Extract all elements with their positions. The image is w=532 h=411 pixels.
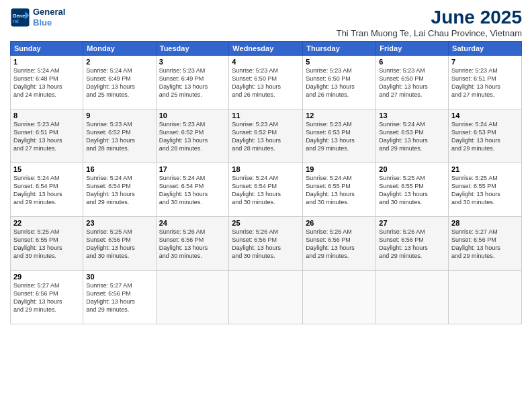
main-title: June 2025 — [337, 7, 522, 28]
day-number: 18 — [232, 165, 300, 173]
day-number: 1 — [13, 58, 80, 66]
day-info: Sunrise: 5:27 AM Sunset: 6:56 PM Dayligh… — [86, 281, 152, 314]
day-info: Sunrise: 5:24 AM Sunset: 6:54 PM Dayligh… — [232, 174, 300, 207]
day-info: Sunrise: 5:23 AM Sunset: 6:50 PM Dayligh… — [306, 66, 373, 99]
calendar-week-2: 8Sunrise: 5:23 AM Sunset: 6:51 PM Daylig… — [11, 109, 522, 163]
day-number: 27 — [379, 219, 445, 227]
calendar-cell: 9Sunrise: 5:23 AM Sunset: 6:52 PM Daylig… — [83, 109, 156, 163]
calendar-cell: 25Sunrise: 5:26 AM Sunset: 6:56 PM Dayli… — [229, 217, 303, 271]
calendar-cell: 27Sunrise: 5:26 AM Sunset: 6:56 PM Dayli… — [376, 217, 449, 271]
day-info: Sunrise: 5:24 AM Sunset: 6:55 PM Dayligh… — [306, 174, 373, 207]
calendar-cell: 23Sunrise: 5:25 AM Sunset: 6:56 PM Dayli… — [83, 217, 156, 271]
day-info: Sunrise: 5:25 AM Sunset: 6:55 PM Dayligh… — [451, 174, 519, 207]
day-info: Sunrise: 5:23 AM Sunset: 6:50 PM Dayligh… — [379, 66, 445, 99]
day-info: Sunrise: 5:24 AM Sunset: 6:54 PM Dayligh… — [13, 174, 80, 207]
calendar-table: SundayMondayTuesdayWednesdayThursdayFrid… — [10, 41, 522, 324]
calendar-cell: 7Sunrise: 5:23 AM Sunset: 6:51 PM Daylig… — [449, 56, 522, 109]
day-number: 24 — [159, 219, 226, 227]
day-info: Sunrise: 5:23 AM Sunset: 6:49 PM Dayligh… — [159, 66, 226, 99]
column-header-tuesday: Tuesday — [156, 42, 229, 56]
calendar-cell: 21Sunrise: 5:25 AM Sunset: 6:55 PM Dayli… — [449, 163, 522, 217]
calendar-cell: 14Sunrise: 5:24 AM Sunset: 6:53 PM Dayli… — [449, 109, 522, 163]
day-number: 6 — [379, 58, 445, 66]
day-number: 2 — [86, 58, 152, 66]
day-number: 3 — [159, 58, 226, 66]
day-number: 19 — [306, 165, 373, 173]
calendar-header-row: SundayMondayTuesdayWednesdayThursdayFrid… — [11, 42, 522, 56]
calendar-cell: 30Sunrise: 5:27 AM Sunset: 6:56 PM Dayli… — [83, 271, 156, 324]
calendar-cell: 8Sunrise: 5:23 AM Sunset: 6:51 PM Daylig… — [11, 109, 83, 163]
logo-icon: Gene ral — [10, 7, 30, 28]
column-header-sunday: Sunday — [11, 42, 83, 56]
day-number: 15 — [13, 165, 80, 173]
calendar-cell: 2Sunrise: 5:24 AM Sunset: 6:49 PM Daylig… — [83, 56, 156, 109]
day-number: 16 — [86, 165, 152, 173]
day-info: Sunrise: 5:26 AM Sunset: 6:56 PM Dayligh… — [306, 228, 373, 261]
day-number: 21 — [451, 165, 519, 173]
day-info: Sunrise: 5:24 AM Sunset: 6:53 PM Dayligh… — [379, 120, 445, 153]
column-header-thursday: Thursday — [303, 42, 376, 56]
day-number: 28 — [451, 219, 519, 227]
calendar-cell: 15Sunrise: 5:24 AM Sunset: 6:54 PM Dayli… — [11, 163, 83, 217]
day-info: Sunrise: 5:24 AM Sunset: 6:54 PM Dayligh… — [86, 174, 152, 207]
day-number: 11 — [232, 111, 300, 120]
day-number: 23 — [86, 219, 152, 227]
day-info: Sunrise: 5:23 AM Sunset: 6:52 PM Dayligh… — [232, 120, 300, 153]
calendar-cell: 13Sunrise: 5:24 AM Sunset: 6:53 PM Dayli… — [376, 109, 449, 163]
day-number: 29 — [13, 273, 80, 281]
day-number: 4 — [232, 58, 300, 66]
day-info: Sunrise: 5:25 AM Sunset: 6:56 PM Dayligh… — [86, 228, 152, 261]
calendar-cell: 29Sunrise: 5:27 AM Sunset: 6:56 PM Dayli… — [11, 271, 83, 324]
calendar-cell: 5Sunrise: 5:23 AM Sunset: 6:50 PM Daylig… — [303, 56, 376, 109]
calendar-cell: 19Sunrise: 5:24 AM Sunset: 6:55 PM Dayli… — [303, 163, 376, 217]
calendar-cell: 22Sunrise: 5:25 AM Sunset: 6:55 PM Dayli… — [11, 217, 83, 271]
day-number: 10 — [159, 111, 226, 120]
day-info: Sunrise: 5:27 AM Sunset: 6:56 PM Dayligh… — [451, 228, 519, 261]
calendar-cell: 11Sunrise: 5:23 AM Sunset: 6:52 PM Dayli… — [229, 109, 303, 163]
day-info: Sunrise: 5:25 AM Sunset: 6:55 PM Dayligh… — [379, 174, 445, 207]
day-number: 17 — [159, 165, 226, 173]
column-header-saturday: Saturday — [449, 42, 522, 56]
calendar-cell: 6Sunrise: 5:23 AM Sunset: 6:50 PM Daylig… — [376, 56, 449, 109]
calendar-week-5: 29Sunrise: 5:27 AM Sunset: 6:56 PM Dayli… — [11, 271, 522, 324]
calendar-week-4: 22Sunrise: 5:25 AM Sunset: 6:55 PM Dayli… — [11, 217, 522, 271]
day-info: Sunrise: 5:24 AM Sunset: 6:49 PM Dayligh… — [86, 66, 152, 99]
logo-line1: General — [33, 7, 65, 17]
calendar-cell: 28Sunrise: 5:27 AM Sunset: 6:56 PM Dayli… — [449, 217, 522, 271]
logo: Gene ral General Blue — [10, 7, 65, 28]
day-info: Sunrise: 5:23 AM Sunset: 6:51 PM Dayligh… — [13, 120, 80, 153]
column-header-monday: Monday — [83, 42, 156, 56]
column-header-wednesday: Wednesday — [229, 42, 303, 56]
page-header: Gene ral General Blue June 2025 Thi Tran… — [10, 7, 522, 38]
day-info: Sunrise: 5:27 AM Sunset: 6:56 PM Dayligh… — [13, 281, 80, 314]
day-number: 5 — [306, 58, 373, 66]
day-number: 7 — [451, 58, 519, 66]
day-number: 20 — [379, 165, 445, 173]
calendar-cell — [303, 271, 376, 324]
calendar-week-1: 1Sunrise: 5:24 AM Sunset: 6:48 PM Daylig… — [11, 56, 522, 109]
day-number: 8 — [13, 111, 80, 120]
calendar-cell: 1Sunrise: 5:24 AM Sunset: 6:48 PM Daylig… — [11, 56, 83, 109]
day-info: Sunrise: 5:24 AM Sunset: 6:53 PM Dayligh… — [451, 120, 519, 153]
day-number: 14 — [451, 111, 519, 120]
calendar-cell — [229, 271, 303, 324]
calendar-cell: 16Sunrise: 5:24 AM Sunset: 6:54 PM Dayli… — [83, 163, 156, 217]
day-number: 26 — [306, 219, 373, 227]
calendar-cell: 17Sunrise: 5:24 AM Sunset: 6:54 PM Dayli… — [156, 163, 229, 217]
calendar-cell: 4Sunrise: 5:23 AM Sunset: 6:50 PM Daylig… — [229, 56, 303, 109]
day-info: Sunrise: 5:26 AM Sunset: 6:56 PM Dayligh… — [379, 228, 445, 261]
day-number: 30 — [86, 273, 152, 281]
day-info: Sunrise: 5:23 AM Sunset: 6:50 PM Dayligh… — [232, 66, 300, 99]
day-info: Sunrise: 5:23 AM Sunset: 6:53 PM Dayligh… — [306, 120, 373, 153]
day-number: 22 — [13, 219, 80, 227]
calendar-cell — [376, 271, 449, 324]
calendar-cell — [449, 271, 522, 324]
day-info: Sunrise: 5:23 AM Sunset: 6:52 PM Dayligh… — [159, 120, 226, 153]
calendar-cell: 26Sunrise: 5:26 AM Sunset: 6:56 PM Dayli… — [303, 217, 376, 271]
svg-text:ral: ral — [13, 18, 19, 24]
day-info: Sunrise: 5:26 AM Sunset: 6:56 PM Dayligh… — [232, 228, 300, 261]
logo-line2: Blue — [33, 17, 65, 28]
day-info: Sunrise: 5:25 AM Sunset: 6:55 PM Dayligh… — [13, 228, 80, 261]
calendar-cell: 18Sunrise: 5:24 AM Sunset: 6:54 PM Dayli… — [229, 163, 303, 217]
day-info: Sunrise: 5:24 AM Sunset: 6:54 PM Dayligh… — [159, 174, 226, 207]
